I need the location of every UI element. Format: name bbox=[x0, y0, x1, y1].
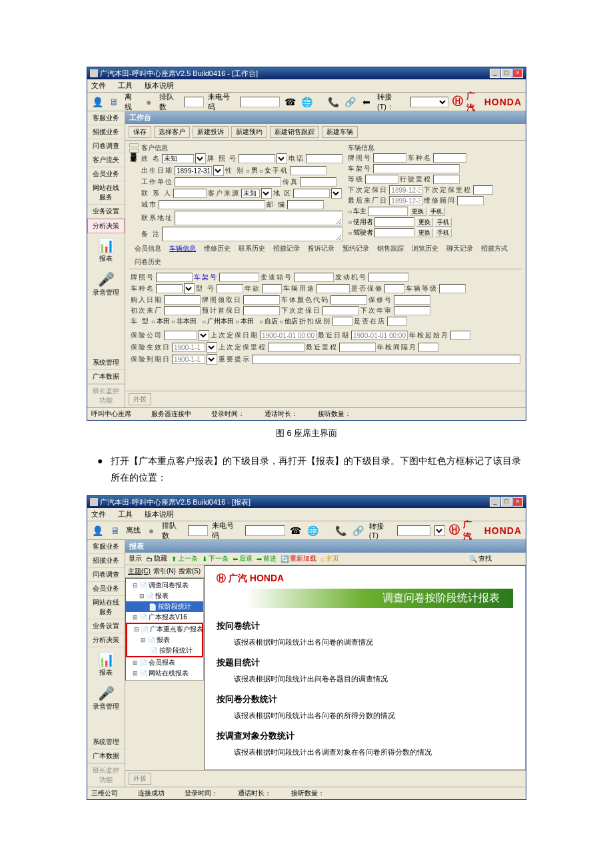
sidebar-sysmgmt[interactable]: 系统管理 bbox=[87, 356, 125, 370]
vstrip-unbind[interactable]: 绑定解除车 bbox=[129, 149, 139, 153]
d-lastmaintkm-input[interactable] bbox=[268, 343, 305, 352]
transfer-select-2[interactable] bbox=[434, 525, 445, 536]
d-recentkm-input[interactable] bbox=[339, 343, 376, 352]
btn-save[interactable]: 保存 bbox=[129, 126, 151, 138]
d-lastmaintdate-input[interactable] bbox=[260, 331, 316, 340]
name-select[interactable] bbox=[195, 153, 206, 164]
outbound-btn[interactable]: 外拨 bbox=[129, 393, 151, 405]
tab-10[interactable]: 招揽方式 bbox=[478, 243, 510, 254]
owner-radio[interactable]: ○车主 bbox=[348, 207, 366, 216]
workunit-input[interactable] bbox=[175, 177, 281, 187]
s2-item-4[interactable]: 网站在线服务 bbox=[87, 596, 125, 619]
person-icon-2[interactable]: 👤 bbox=[91, 524, 105, 537]
s2-report[interactable]: 📊 报表 bbox=[87, 647, 125, 681]
link-icon-2[interactable]: 🔗 bbox=[352, 524, 365, 537]
tree-tab-2[interactable]: 搜索(S) bbox=[179, 567, 201, 576]
tab-7[interactable]: 销售跟踪 bbox=[374, 243, 406, 254]
maximize-button[interactable]: □ bbox=[501, 69, 512, 78]
rt-back[interactable]: ⬅后退 bbox=[233, 554, 253, 563]
tab-6[interactable]: 预约记录 bbox=[340, 243, 372, 254]
s2-item-1[interactable]: 招揽业务 bbox=[87, 554, 125, 568]
d-model-input[interactable] bbox=[156, 284, 183, 293]
r-nextmaint-input[interactable] bbox=[389, 185, 422, 195]
transfer-select[interactable] bbox=[410, 97, 448, 107]
rt-hide[interactable]: 🗀隐藏 bbox=[146, 554, 167, 563]
r-mileage-input[interactable] bbox=[433, 175, 460, 184]
tab-9[interactable]: 聊天记录 bbox=[444, 243, 476, 254]
sidebar-item-6[interactable]: 业务设置 bbox=[87, 205, 125, 219]
sidebar-item-1[interactable]: 招揽业务 bbox=[87, 125, 125, 139]
arrow-left-icon[interactable]: ⬅ bbox=[360, 95, 373, 109]
d-nextmaint-input[interactable] bbox=[322, 306, 359, 315]
d-maintno-input[interactable] bbox=[394, 295, 430, 305]
menu-version-2[interactable]: 版本说明 bbox=[145, 509, 174, 519]
status-dot-icon-2[interactable]: ● bbox=[145, 524, 158, 537]
s2-item-5[interactable]: 业务设置 bbox=[87, 619, 125, 633]
tree-n1-1-1[interactable]: 📄按阶段统计 bbox=[126, 601, 203, 612]
birth-input[interactable] bbox=[175, 166, 212, 175]
tab-8[interactable]: 浏览历史 bbox=[409, 243, 441, 254]
d-firstvisit-input[interactable] bbox=[164, 306, 201, 315]
rt-fwd[interactable]: ➡前进 bbox=[257, 554, 277, 563]
btn-new-complaint[interactable]: 新建投诉 bbox=[193, 126, 229, 138]
menu-file[interactable]: 文件 bbox=[91, 81, 106, 91]
d-hasmaint-input[interactable] bbox=[384, 284, 404, 293]
d-insstart-input[interactable] bbox=[172, 343, 205, 352]
s2-item-0[interactable]: 客服业务 bbox=[87, 540, 125, 554]
postcode-input[interactable] bbox=[287, 200, 324, 209]
d-gearbox-input[interactable] bbox=[294, 273, 334, 282]
r-honda2[interactable]: ○本田 bbox=[235, 317, 254, 326]
district-select[interactable] bbox=[331, 188, 342, 199]
rt-prev[interactable]: ⬆上一条 bbox=[171, 554, 198, 563]
r-chassis-input[interactable] bbox=[373, 164, 460, 173]
d-annualintv-input[interactable] bbox=[418, 343, 438, 352]
rt-show[interactable]: 显示 bbox=[129, 554, 142, 563]
r-plate-input[interactable] bbox=[373, 153, 406, 163]
female-radio[interactable]: ○女 bbox=[259, 166, 271, 175]
tree-n3-1[interactable]: ⊟📄报表 bbox=[127, 635, 202, 645]
rt-next[interactable]: ⬇下一条 bbox=[202, 554, 229, 563]
sidebar-item-5[interactable]: 网站在线服务 bbox=[87, 181, 125, 205]
s2-gbdata[interactable]: 广本数据 bbox=[87, 749, 125, 763]
owner-input[interactable] bbox=[368, 207, 408, 216]
incoming-input-2[interactable] bbox=[245, 525, 285, 536]
mobile-input[interactable] bbox=[290, 166, 326, 175]
r-model-input[interactable] bbox=[433, 153, 466, 163]
tab-1[interactable]: 车辆信息 bbox=[167, 243, 199, 254]
r-other[interactable]: ○他店 bbox=[279, 317, 298, 326]
user-change-btn[interactable]: 更换 bbox=[416, 217, 433, 227]
d-engine-input[interactable] bbox=[368, 273, 408, 282]
remark-input[interactable] bbox=[162, 227, 343, 241]
s2-sysmgmt[interactable]: 系统管理 bbox=[87, 735, 125, 749]
tab-4[interactable]: 招揽记录 bbox=[271, 243, 303, 254]
btn-select-customer[interactable]: 选择客户 bbox=[154, 126, 190, 138]
s2-item-3[interactable]: 会员业务 bbox=[87, 582, 125, 596]
plate-select[interactable] bbox=[277, 153, 287, 164]
tree-tab-0[interactable]: 主题(C) bbox=[128, 567, 151, 576]
tab-5[interactable]: 投诉记录 bbox=[305, 243, 337, 254]
sidebar-gbdata[interactable]: 广本数据 bbox=[87, 370, 125, 384]
vstrip-link[interactable]: 创建关联 bbox=[129, 143, 139, 147]
r-lastvisit-input[interactable] bbox=[389, 196, 422, 205]
handset-icon[interactable]: 📞 bbox=[327, 95, 340, 109]
menu-tools-2[interactable]: 工具 bbox=[118, 509, 133, 519]
close-button-2[interactable]: × bbox=[512, 497, 523, 507]
fax-input[interactable] bbox=[300, 177, 336, 187]
owner-change-btn[interactable]: 更换 bbox=[409, 207, 426, 216]
d-inshop-input[interactable] bbox=[387, 317, 407, 326]
user-input[interactable] bbox=[374, 217, 414, 227]
user-mobile-btn[interactable]: 手机 bbox=[434, 217, 452, 227]
tab-0[interactable]: 会员信息 bbox=[132, 243, 164, 254]
sidebar-report[interactable]: 📊 报表 bbox=[87, 233, 125, 267]
d-annualstart-input[interactable] bbox=[450, 331, 470, 340]
d-insstart-picker[interactable] bbox=[207, 342, 217, 353]
d-discount-input[interactable] bbox=[332, 317, 352, 326]
d-insend-picker[interactable] bbox=[207, 354, 217, 365]
contact-input[interactable] bbox=[173, 189, 207, 198]
handset-icon-2[interactable]: 📞 bbox=[334, 524, 348, 537]
minimize-button-2[interactable]: _ bbox=[490, 497, 500, 507]
menu-tools[interactable]: 工具 bbox=[118, 81, 133, 91]
driver-input[interactable] bbox=[374, 228, 414, 237]
r-advisor-input[interactable] bbox=[457, 196, 484, 205]
monitor-icon[interactable]: 🖥 bbox=[108, 95, 121, 109]
